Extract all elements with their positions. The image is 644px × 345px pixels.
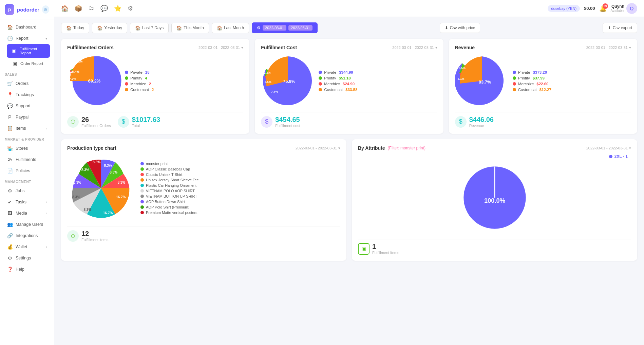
orders-icon: ⬡ (67, 116, 79, 128)
cost-merchize-dot (319, 82, 322, 86)
sidebar-item-stores[interactable]: 🏪 Stores (2, 143, 52, 154)
last7days-filter-button[interactable]: 🏠 Last 7 Days (130, 23, 169, 33)
csv-with-price-button[interactable]: ⬇ Csv with price (440, 23, 480, 33)
rev-legend-customcat: Customcat $12.27 (513, 88, 631, 92)
by-attribute-header: By Attribute (Filter: monster print) 202… (358, 145, 631, 151)
sidebar-item-trackings[interactable]: 📍 Trackings (2, 89, 52, 100)
production-date-text: 2022-03-01 - 2022-03-31 (296, 146, 337, 150)
sidebar-item-policies[interactable]: 📄 Policies (2, 165, 52, 176)
svg-text:8.3%: 8.3% (81, 168, 89, 172)
orders-total-label: Fulfillment Orders (81, 124, 111, 128)
today-filter-button[interactable]: 🏠 Today (61, 23, 89, 33)
star-topbar-icon[interactable]: ⭐ (114, 5, 121, 12)
sidebar-item-order-report[interactable]: ▣ Order Report (7, 58, 50, 69)
by-attribute-date: 2022-03-01 - 2022-03-31 ▾ (586, 146, 631, 150)
settings-icon: ⚙ (7, 255, 13, 261)
stores-icon: 🏪 (7, 146, 13, 151)
paypal-icon: P (7, 114, 13, 120)
gear-topbar-icon[interactable]: ⚙ (128, 5, 133, 12)
thismonth-label: This Month (184, 25, 204, 30)
sidebar-item-tasks[interactable]: ✔ Tasks › (2, 197, 52, 207)
cost-private-dot (319, 71, 322, 74)
sidebar-item-media[interactable]: 🖼 Media › (2, 208, 52, 219)
grid-topbar-icon[interactable]: 🗂 (88, 5, 94, 12)
orders-amount-label: Total (132, 124, 160, 128)
sidebar-item-support[interactable]: 💬 Support (2, 101, 52, 111)
attr-2xl-dot (609, 155, 612, 158)
today-label: Today (73, 25, 84, 30)
sidebar-item-label: Fulfilments (16, 157, 36, 162)
production-footer: ⬡ 12 Fulfillment items (67, 226, 340, 242)
chevron-down-icon4[interactable]: ▾ (338, 146, 340, 150)
sidebar-item-label: Stores (16, 146, 28, 151)
attr-pie: 100.0% (457, 160, 532, 235)
chevron-down-icon3[interactable]: ▾ (629, 46, 631, 50)
download-icon: ⬇ (445, 25, 448, 30)
chat-topbar-icon[interactable]: 💬 (100, 5, 108, 12)
sidebar: p podorder ⊙ 🏠 Dashboard 🕐 Report ▾ ▣ Fu… (0, 0, 54, 345)
sidebar-item-integrations[interactable]: 🔗 Integrations (2, 230, 52, 241)
user-info[interactable]: Quynh Available Q (611, 3, 637, 14)
production-chart-card: Production type chart 2022-03-01 - 2022-… (61, 139, 346, 261)
home-topbar-icon[interactable]: 🏠 (61, 5, 69, 12)
production-items-icon: ⬡ (67, 230, 79, 242)
revenue-date-text: 2022-03-01 - 2022-03-31 (586, 46, 628, 50)
sidebar-item-fulfillment-report[interactable]: ▣ Fulfillment Report (7, 44, 50, 58)
production-total-num: 12 (81, 230, 108, 238)
sidebar-settings-icon[interactable]: ⊙ (42, 5, 49, 14)
production-legend: monster print AOP Classic Baseball Cap C… (140, 162, 199, 215)
sidebar-item-help[interactable]: ❓ Help (2, 264, 52, 275)
bottom-row: Production type chart 2022-03-01 - 2022-… (61, 139, 637, 261)
lastmonth-filter-button[interactable]: 🏠 Last Month (212, 23, 249, 33)
topbar: 🏠 📦 🗂 💬 ⭐ ⚙ dusebay (YEN) $0.00 🔔 29 Quy… (54, 0, 644, 17)
sidebar-item-report[interactable]: 🕐 Report ▾ (2, 33, 52, 44)
chevron-down-icon[interactable]: ▾ (241, 46, 243, 50)
sidebar-item-settings[interactable]: ⚙ Settings (2, 253, 52, 264)
thismonth-filter-button[interactable]: 🏠 This Month (171, 23, 209, 33)
yesterday-filter-button[interactable]: 🏠 Yesterday (92, 23, 127, 33)
sidebar-item-dashboard[interactable]: 🏠 Dashboard (2, 22, 52, 33)
sidebar-item-paypal[interactable]: P Paypal (2, 112, 52, 123)
sidebar-item-items[interactable]: 📋 Items › (2, 123, 52, 134)
fulfilled-orders-chart: 69.2% 15.4% 7.7% 7.1% (67, 54, 121, 108)
orders-amount-stat: $ $1017.63 Total (118, 116, 160, 128)
ornament-dot (140, 184, 144, 187)
sidebar-item-manage-users[interactable]: 👥 Manage Users (2, 219, 52, 230)
by-attribute-title-row: By Attribute (Filter: monster print) (358, 145, 425, 151)
production-body: 8.3% 8.3% 16.7% 16.7% 8.3% 8.3% 8.3% 8.3… (67, 154, 340, 222)
prod-legend-jersey: Unisex Jersey Short Sleeve Tee (140, 178, 199, 182)
notification-button[interactable]: 🔔 29 (599, 5, 607, 12)
csv-export-button[interactable]: ⬆ Csv export (603, 23, 637, 33)
revenue-amount-num: $446.06 (469, 116, 494, 124)
fulfillment-cost-card: Fulfillment Cost 2022-03-01 - 2022-03-31… (255, 39, 443, 134)
date-range-button[interactable]: ⚙ 2022-03-01 2022-03-31 (252, 22, 318, 33)
user-name: Quynh (611, 4, 624, 9)
store-badge[interactable]: dusebay (YEN) (548, 5, 580, 12)
main-area: 🏠 📦 🗂 💬 ⭐ ⚙ dusebay (YEN) $0.00 🔔 29 Quy… (54, 0, 644, 345)
production-pie: 8.3% 8.3% 16.7% 16.7% 8.3% 8.3% 8.3% 8.3… (67, 154, 135, 222)
svg-text:8.3%: 8.3% (93, 160, 100, 164)
rev-legend-printify: Printify $37.99 (513, 76, 631, 80)
box-topbar-icon[interactable]: 📦 (75, 5, 82, 12)
svg-text:75.9%: 75.9% (283, 79, 296, 84)
sidebar-item-orders[interactable]: 🛒 Orders (2, 78, 52, 89)
gear-date-icon: ⚙ (257, 25, 261, 30)
by-attribute-title: By Attribute (358, 145, 385, 151)
revenue-chart: 83.7% 8.5% 5.1% (455, 54, 509, 108)
sidebar-item-jobs[interactable]: ⚙ Jobs (2, 185, 52, 196)
sidebar-item-fulfilments[interactable]: 🛍 Fulfilments (2, 154, 52, 165)
revenue-body: 83.7% 8.5% 5.1% Private $373.20 (455, 54, 631, 108)
production-title: Production type chart (67, 145, 116, 151)
sidebar-item-wallet[interactable]: 💰 Wallet › (2, 241, 52, 252)
fulfillment-report-icon: ▣ (12, 48, 17, 54)
chevron-down-icon2[interactable]: ▾ (435, 46, 437, 50)
fulfillment-cost-footer: $ $454.65 Fulfillment cost (261, 112, 437, 128)
chevron-down-icon5[interactable]: ▾ (629, 146, 631, 150)
user-avatar: Q (626, 3, 637, 14)
sales-section-label: SALES (0, 69, 54, 78)
rev-customcat-dot (513, 88, 516, 91)
home-icon5: 🏠 (217, 25, 222, 31)
fulfillment-cost-chart: 75.9% 11.3% 5.5% 7.4% (261, 54, 315, 108)
date-from-tag: 2022-03-01 (263, 25, 286, 31)
attr-total-label: Fulfillment items (372, 251, 399, 255)
